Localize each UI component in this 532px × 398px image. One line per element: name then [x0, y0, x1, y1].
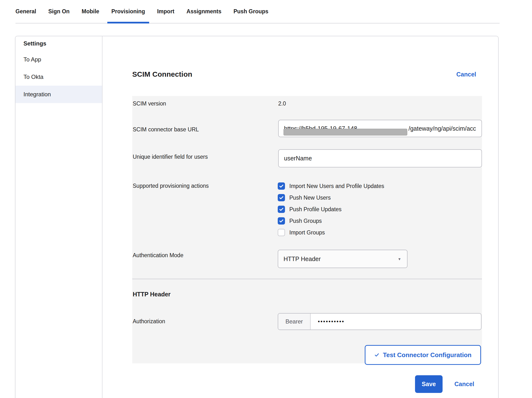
unique-id-label: Unique identifier field for users [133, 154, 208, 160]
authorization-label: Authorization [133, 318, 165, 325]
auth-mode-label: Authentication Mode [133, 252, 183, 259]
tab-sign-on[interactable]: Sign On [48, 0, 70, 23]
provisioning-card: Settings To App To Okta Integration SCIM… [15, 36, 499, 398]
tab-import[interactable]: Import [157, 0, 175, 23]
tab-provisioning[interactable]: Provisioning [111, 0, 145, 23]
sidebar-title: Settings [15, 36, 102, 51]
app-tabbar: General Sign On Mobile Provisioning Impo… [15, 0, 500, 23]
chevron-down-icon: ▼ [398, 257, 401, 261]
bearer-prefix: Bearer [278, 314, 311, 330]
option-import-new-users[interactable]: Import New Users and Profile Updates [278, 180, 384, 192]
scim-version-label: SCIM version [133, 100, 166, 107]
auth-mode-select[interactable]: HTTP Header ▼ [278, 250, 408, 268]
option-push-groups[interactable]: Push Groups [278, 215, 384, 227]
checkbox-icon[interactable] [278, 229, 285, 236]
provisioning-actions-label: Supported provisioning actions [133, 183, 209, 189]
sidebar-item-integration[interactable]: Integration [15, 86, 102, 103]
checkbox-icon[interactable] [278, 217, 285, 225]
test-connector-button[interactable]: Test Connector Configuration [365, 345, 481, 365]
unique-id-value: userName [284, 155, 312, 162]
option-import-groups[interactable]: Import Groups [278, 227, 384, 238]
save-button[interactable]: Save [415, 375, 443, 393]
checkbox-icon[interactable] [278, 182, 285, 190]
tab-mobile[interactable]: Mobile [82, 0, 99, 23]
settings-sidebar: Settings To App To Okta Integration [15, 36, 102, 398]
tab-push-groups[interactable]: Push Groups [233, 0, 268, 23]
checkbox-icon[interactable] [278, 194, 285, 201]
main-content: SCIM Connection Cancel SCIM version 2.0 … [102, 36, 498, 398]
base-url-input[interactable]: https://h5hd-195-19-67-148/gateway/ng/ap… [278, 120, 482, 137]
scim-version-value: 2.0 [278, 100, 286, 107]
auth-mode-value: HTTP Header [284, 255, 321, 263]
form-actions: Save Cancel [365, 375, 481, 393]
checkbox-icon[interactable] [278, 206, 285, 213]
http-header-heading: HTTP Header [133, 291, 171, 298]
cancel-link-top[interactable]: Cancel [456, 71, 476, 78]
tab-assignments[interactable]: Assignments [187, 0, 221, 23]
redaction-bar [284, 129, 407, 135]
page-header: SCIM Connection Cancel [132, 70, 482, 78]
base-url-value: https://h5hd-195-19-67-148/gateway/ng/ap… [284, 125, 476, 132]
authorization-token-input[interactable]: •••••••••• [311, 314, 481, 330]
page-title: SCIM Connection [132, 70, 192, 78]
scim-connection-form: SCIM version 2.0 SCIM connector base URL… [132, 96, 482, 363]
option-push-new-users[interactable]: Push New Users [278, 192, 384, 203]
option-push-profile-updates[interactable]: Push Profile Updates [278, 203, 384, 215]
check-icon [374, 352, 379, 358]
section-divider [132, 279, 482, 279]
provisioning-actions-group: Import New Users and Profile Updates Pus… [278, 180, 384, 238]
base-url-label: SCIM connector base URL [133, 126, 199, 133]
sidebar-item-to-app[interactable]: To App [15, 51, 102, 68]
cancel-link-bottom[interactable]: Cancel [454, 381, 474, 388]
authorization-input-group: Bearer •••••••••• [278, 313, 481, 330]
sidebar-item-to-okta[interactable]: To Okta [15, 68, 102, 86]
base-url-visible-suffix: /gateway/ng/api/scim/acc [408, 125, 476, 132]
tab-general[interactable]: General [15, 0, 36, 23]
unique-id-input[interactable]: userName [278, 149, 482, 167]
